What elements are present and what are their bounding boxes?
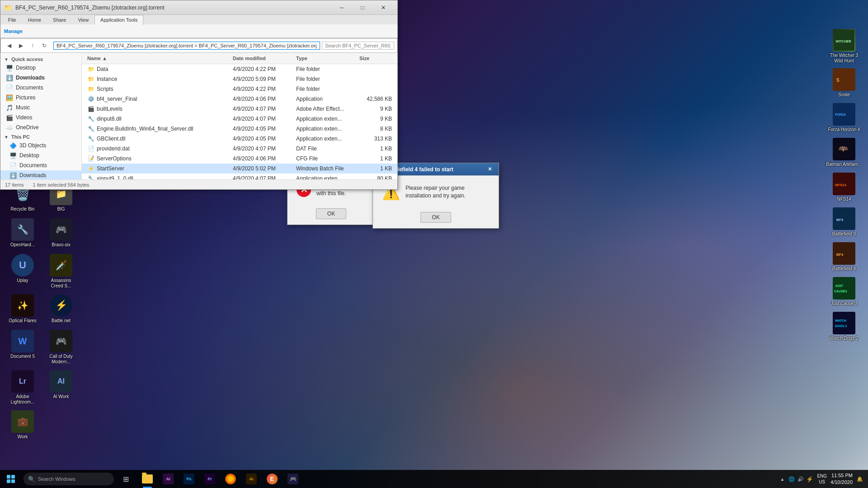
bravosix-icon: 🎮 <box>50 218 72 241</box>
sidebar-item-music[interactable]: 🎵Music <box>0 103 81 113</box>
notif-expand-button[interactable]: ▲ <box>780 477 784 482</box>
maximize-button[interactable]: □ <box>352 0 373 15</box>
col-date[interactable]: Date modified <box>231 55 294 62</box>
col-type[interactable]: Type <box>294 55 358 62</box>
desktop-icon-cod[interactable]: 🎮 Call of Duty Modern... <box>43 328 79 366</box>
desktop-icon-bravosix[interactable]: 🎮 Bravo-six <box>43 216 79 250</box>
forward-button[interactable]: ▶ <box>15 40 26 51</box>
taskbar-right: ▲ 🌐 🔊 ⚡ ENG US 11:55 PM 4/10/2020 🔔 <box>780 472 868 486</box>
tab-file[interactable]: File <box>2 15 22 24</box>
search-input[interactable] <box>322 42 394 50</box>
sidebar-item-desktop[interactable]: 🖥️Desktop <box>0 63 81 73</box>
col-name[interactable]: Name ▲ <box>85 55 231 62</box>
table-row[interactable]: 🔧dinput8.dll 4/9/2020 4:07 PMApplication… <box>82 114 397 124</box>
nfs-label: NFS14 <box>837 197 851 202</box>
taskbar-edge[interactable]: E <box>262 470 282 488</box>
file-list-header: Name ▲ Date modified Type Size <box>82 53 397 64</box>
taskbar-game[interactable]: 🎮 <box>283 470 303 488</box>
sidebar-item-onedrive[interactable]: ☁️OneDrive <box>0 122 81 132</box>
desktop-icon-openhard[interactable]: 🔧 OpenHard... <box>5 216 41 250</box>
tab-home[interactable]: Home <box>22 15 47 24</box>
desktop-icon-bf4[interactable]: BF4 Battlefield 4 <box>824 240 864 274</box>
sidebar-item-downloads[interactable]: ⬇️Downloads <box>0 73 81 83</box>
refresh-button[interactable]: ↻ <box>39 40 50 51</box>
up-button[interactable]: ↑ <box>27 40 38 51</box>
desktop-icon-aiwork[interactable]: AI Al Work <box>43 368 79 407</box>
taskbar-premiere[interactable]: Pr <box>200 470 220 488</box>
language-indicator[interactable]: ENG US <box>817 473 827 485</box>
table-row[interactable]: 📁Scripts 4/9/2020 4:22 PMFile folder <box>82 84 397 94</box>
explorer-body: ▼ Quick access 🖥️Desktop ⬇️Downloads 📄Do… <box>0 53 397 179</box>
desktop-icon-nfs[interactable]: NFS14 NFS14 <box>824 171 864 205</box>
desktop-icons-row7: 💼 Work <box>5 408 79 442</box>
clock[interactable]: 11:55 PM 4/10/2020 <box>830 472 853 486</box>
taskbar-illustrator2[interactable]: Ai <box>241 470 261 488</box>
desktop-icon-work[interactable]: 💼 Work <box>5 408 41 442</box>
notifications-icon[interactable]: 🔔 <box>856 475 863 483</box>
desktop-icon-forza[interactable]: FORZA Forza Horizon 4 <box>824 101 864 135</box>
tab-application-tools[interactable]: Application Tools <box>94 15 143 25</box>
file-explorer-window: 📁 BF4_PC_Server_R60_179574_Zloemu [zlotr… <box>0 0 398 190</box>
network-systray-icon[interactable]: 🌐 <box>788 475 795 483</box>
minimize-button[interactable]: ─ <box>331 0 352 15</box>
table-row[interactable]: 🔧GBClient.dll 4/9/2020 4:05 PMApplicatio… <box>82 134 397 144</box>
sidebar-item-pictures[interactable]: 🖼️Pictures <box>0 93 81 103</box>
forza-icon: FORZA <box>833 103 855 126</box>
address-input[interactable] <box>53 42 320 50</box>
sidebar-item-documents2[interactable]: 📄Documents <box>0 160 81 170</box>
app-icon: ⚙️ <box>87 95 94 103</box>
table-row[interactable]: 🔧Engine.BuildInfo_Win64_final_Server.dll… <box>82 124 397 134</box>
desktop-icon-batman[interactable]: 🦇 Batman Arkham... <box>824 136 864 170</box>
table-row[interactable]: 📁Instance 4/9/2020 5:09 PMFile folder <box>82 74 397 84</box>
table-row[interactable]: ⚡StartServer 4/9/2020 5:02 PMWindows Bat… <box>82 164 397 174</box>
sidebar-item-downloads2[interactable]: ⬇️Downloads <box>0 170 81 179</box>
taskbar-photoshop[interactable]: Ps <box>179 470 199 488</box>
taskbar-firefox[interactable] <box>221 470 241 488</box>
dialog-zlofenix-ok[interactable]: OK <box>316 208 346 219</box>
sidebar-item-videos[interactable]: 🎬Videos <box>0 113 81 122</box>
sidebar-item-documents[interactable]: 📄Documents <box>0 83 81 93</box>
battery-systray-icon[interactable]: ⚡ <box>806 475 813 483</box>
volume-systray-icon[interactable]: 🔊 <box>797 475 804 483</box>
desktop-icon-justcause[interactable]: JUST CAUSE3 Just Cause 3 <box>824 275 864 309</box>
tab-view[interactable]: View <box>72 15 94 24</box>
bravosix-label: Bravo-six <box>52 242 71 248</box>
start-button[interactable] <box>0 470 22 488</box>
desktop-icon-smite[interactable]: S Smite <box>824 66 864 100</box>
taskbar-file-explorer[interactable] <box>137 470 157 488</box>
col-size[interactable]: Size <box>358 55 394 62</box>
table-row[interactable]: 🎬builtLevels 4/9/2020 4:07 PMAdobe After… <box>82 104 397 114</box>
table-row[interactable]: 📝ServerOptions 4/9/2020 4:06 PMCFG File1… <box>82 154 397 164</box>
dialog-bf4-ok[interactable]: OK <box>420 212 451 223</box>
dialog-bf4-close[interactable]: ✕ <box>484 164 495 175</box>
desktop-icon-lightroom[interactable]: Lr Adobe Lightroom... <box>5 368 41 407</box>
sidebar-item-3dobjects[interactable]: 🔷3D Objects <box>0 141 81 150</box>
clock-date: 4/10/2020 <box>830 479 853 486</box>
sidebar-item-desktop2[interactable]: 🖥️Desktop <box>0 150 81 160</box>
desktop-icon-watchdogs[interactable]: WATCH DOGS 2 Watch Dogs 2 <box>824 310 864 344</box>
table-row[interactable]: ⚙️bf4_server_Final 4/9/2020 4:06 PMAppli… <box>82 94 397 104</box>
desktop-icon-uplay[interactable]: U Uplay <box>5 252 41 291</box>
taskbar-illustrator[interactable]: Ai <box>158 470 178 488</box>
dll-icon: 🔧 <box>87 115 94 122</box>
desktop-icon-opticalflares[interactable]: ✨ Optical Flares <box>5 292 41 326</box>
desktop-icon-witcher[interactable]: WITCHER The Witcher 3 Wild Hunt <box>824 27 864 66</box>
svg-text:WATCH: WATCH <box>835 319 846 322</box>
table-row[interactable]: 🔧xinput9_1_0.dll 4/9/2020 4:07 PMApplica… <box>82 174 397 179</box>
forza-label: Forza Horizon 4 <box>828 127 860 132</box>
close-button[interactable]: ✕ <box>373 0 394 15</box>
back-button[interactable]: ◀ <box>4 40 14 51</box>
taskbar-search[interactable]: 🔍 Search Windows <box>24 473 114 485</box>
desktop-icon-battlenet[interactable]: ⚡ Battle.net <box>43 292 79 326</box>
table-row[interactable]: 📁Data 4/9/2020 4:22 PMFile folder <box>82 64 397 74</box>
desktop-icon-sidebar: 🖥️ <box>6 64 13 71</box>
desktop-icon-ac[interactable]: 🗡️ Assassins Creed S... <box>43 252 79 291</box>
taskview-button[interactable]: ⊞ <box>116 470 136 488</box>
folder-icon: 📁 <box>87 85 94 93</box>
tab-share[interactable]: Share <box>47 15 72 24</box>
table-row[interactable]: 📄providerid.dat 4/9/2020 4:07 PMDAT File… <box>82 144 397 154</box>
desktop-icon-bf3[interactable]: BF3 Battlefield 3 <box>824 206 864 239</box>
folder-icon: 📁 <box>87 66 94 73</box>
aiwork-label: Al Work <box>53 394 69 399</box>
desktop-icon-doc5[interactable]: W Document 5 <box>5 328 41 366</box>
